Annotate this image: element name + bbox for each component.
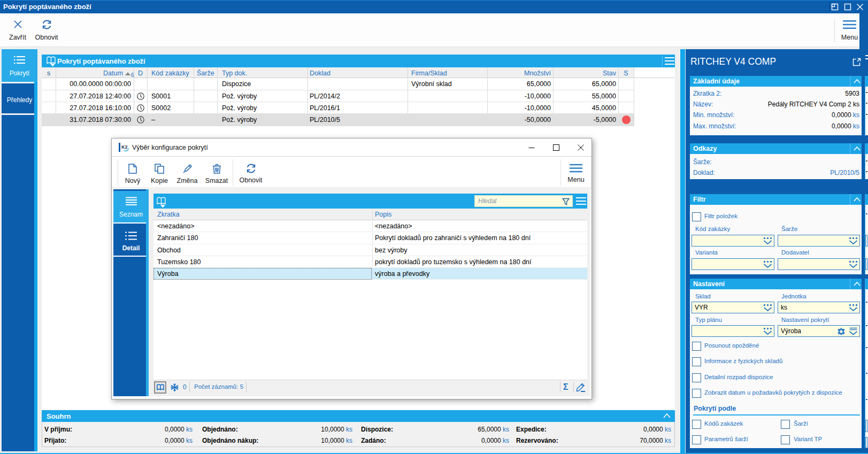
svg-text:K2: K2 [121,144,128,150]
